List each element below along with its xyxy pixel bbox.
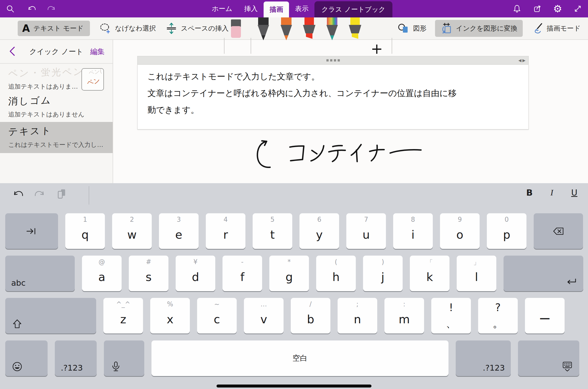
key-g[interactable]: *g xyxy=(269,256,309,291)
tab-4[interactable]: 表示 xyxy=(289,0,314,17)
container-text[interactable]: これはテキストモードで入力した文章です。 文章はコンテイナーと呼ばれる枠内に入力… xyxy=(137,65,529,129)
lasso-icon xyxy=(99,22,111,34)
key-i[interactable]: 8i xyxy=(393,213,433,249)
tab-5[interactable]: クラス ノートブック xyxy=(314,1,392,17)
ink-to-shape-button[interactable]: インクを図形に変換 xyxy=(435,20,523,37)
highlighter-red[interactable] xyxy=(302,15,316,41)
sidebar-header: クイック ノート 編集 xyxy=(0,40,113,63)
edit-button[interactable]: 編集 xyxy=(90,47,105,57)
search-icon[interactable] xyxy=(5,4,15,13)
topbar-left-icons xyxy=(5,0,57,17)
keyboard-undo-icon[interactable] xyxy=(12,189,23,200)
insert-space-icon xyxy=(165,22,177,34)
pen-rainbow[interactable] xyxy=(325,15,339,41)
undo-icon[interactable] xyxy=(26,4,36,13)
drag-dots-icon xyxy=(138,59,528,61)
tab-3[interactable]: 描画 xyxy=(264,1,289,17)
ink-to-shape-icon xyxy=(441,22,452,34)
backspace-key[interactable] xyxy=(534,213,583,249)
key-c[interactable]: ~c xyxy=(197,298,237,333)
key-e[interactable]: 3e xyxy=(159,213,199,249)
resize-arrows-icon[interactable]: ◀▶ xyxy=(518,58,526,63)
emoji-key[interactable] xyxy=(5,340,48,376)
pen-orange[interactable] xyxy=(279,15,294,41)
toolbar-divider xyxy=(224,38,224,54)
key-f[interactable]: -f xyxy=(222,256,262,291)
space-key[interactable]: 空白 xyxy=(151,340,448,376)
key-v[interactable]: …v xyxy=(244,298,284,333)
share-icon[interactable] xyxy=(533,4,542,13)
key-u[interactable]: 7u xyxy=(346,213,386,249)
key-x[interactable]: %x xyxy=(150,298,190,333)
shapes-label: 図形 xyxy=(413,24,427,33)
key-b[interactable]: /b xyxy=(291,298,330,333)
container-drag-handle[interactable]: ◀▶ xyxy=(137,56,529,65)
add-pen-button[interactable]: + xyxy=(371,41,383,56)
home-indicator[interactable] xyxy=(217,385,371,388)
key-d[interactable]: ¥d xyxy=(176,256,215,291)
onscreen-keyboard: B I U 1q2w3e4r5t6y7u8i9o0pabc@a#s¥d-f*g(… xyxy=(0,183,588,389)
keyboard-redo-icon[interactable] xyxy=(34,189,46,200)
eraser-tool[interactable] xyxy=(230,19,242,38)
dash-key[interactable]: ー xyxy=(525,298,565,333)
toolbar-left-group: A テキスト モード なげなわ選択 スペースの挿入 xyxy=(18,17,228,39)
tab-key[interactable] xyxy=(5,213,58,249)
shapes-button[interactable]: 図形 xyxy=(398,22,427,34)
lasso-label: なげなわ選択 xyxy=(115,24,156,33)
page-list-item-2[interactable]: 消しゴム追加テキストはありません xyxy=(0,92,113,122)
key-n[interactable]: ;n xyxy=(338,298,377,333)
pen-black[interactable] xyxy=(256,15,271,41)
underline-button[interactable]: U xyxy=(570,188,579,198)
page-title-handwriting: ペン・蛍光ペン xyxy=(8,65,84,80)
key-o[interactable]: 9o xyxy=(440,213,480,249)
handwritten-ink-annotation xyxy=(245,135,425,172)
key-h[interactable]: (h xyxy=(316,256,356,291)
key-y[interactable]: 6y xyxy=(299,213,339,249)
exclamation-comma-key[interactable]: !、 xyxy=(431,298,471,333)
keyboard-row-4: .?123空白.?123 xyxy=(5,340,579,376)
page-list-item-1[interactable]: ペン・蛍光ペン追加テキストはありま…ペン(ペン xyxy=(0,64,113,92)
numbers-key-left[interactable]: .?123 xyxy=(55,340,97,376)
key-s[interactable]: #s xyxy=(129,256,168,291)
question-period-key[interactable]: ?。 xyxy=(478,298,518,333)
text-mode-button[interactable]: A テキスト モード xyxy=(18,21,90,36)
dismiss-keyboard-key[interactable] xyxy=(518,340,579,376)
text-container[interactable]: ◀▶ これはテキストモードで入力した文章です。 文章はコンテイナーと呼ばれる枠内… xyxy=(137,56,529,130)
key-r[interactable]: 4r xyxy=(206,213,245,249)
return-key[interactable] xyxy=(504,256,583,291)
abc-key[interactable]: abc xyxy=(5,256,75,291)
page-list-sidebar: クイック ノート 編集 ペン・蛍光ペン追加テキストはありま…ペン(ペン消しゴム追… xyxy=(0,40,113,183)
format-buttons: B I U xyxy=(525,188,579,198)
key-z[interactable]: ^_^z xyxy=(103,298,143,333)
key-q[interactable]: 1q xyxy=(65,213,105,249)
key-w[interactable]: 2w xyxy=(112,213,152,249)
shift-key[interactable] xyxy=(5,298,96,333)
key-t[interactable]: 5t xyxy=(253,213,292,249)
draw-mode-button[interactable]: 描画モード xyxy=(531,22,581,34)
key-l[interactable]: 」l xyxy=(457,256,496,291)
fullscreen-expand-icon[interactable] xyxy=(573,4,583,13)
italic-button[interactable]: I xyxy=(548,188,556,197)
mic-key[interactable] xyxy=(104,340,144,376)
return-icon xyxy=(565,276,577,288)
insert-space-button[interactable]: スペースの挿入 xyxy=(165,22,229,34)
key-k[interactable]: 「k xyxy=(410,256,449,291)
keyboard-row-3: ^_^z%x~c…v/b;n:m!、?。ー xyxy=(5,298,565,333)
keyboard-paste-icon[interactable] xyxy=(56,188,67,200)
tab-2[interactable]: 挿入 xyxy=(238,0,264,17)
note-canvas[interactable]: ◀▶ これはテキストモードで入力した文章です。 文章はコンテイナーと呼ばれる枠内… xyxy=(113,40,588,183)
tab-1[interactable]: ホーム xyxy=(206,0,238,17)
numbers-key-right[interactable]: .?123 xyxy=(456,340,511,376)
key-p[interactable]: 0p xyxy=(487,213,526,249)
notifications-bell-icon[interactable] xyxy=(512,4,522,13)
bold-button[interactable]: B xyxy=(525,188,534,198)
page-list-item-3[interactable]: テキストこれはテキストモードで入力し… xyxy=(0,122,113,153)
key-m[interactable]: :m xyxy=(384,298,424,333)
page-subtitle: 追加テキストはありません xyxy=(8,110,113,118)
redo-icon[interactable] xyxy=(47,4,57,13)
highlighter-yellow[interactable] xyxy=(348,15,362,41)
key-a[interactable]: @a xyxy=(82,256,122,291)
key-j[interactable]: )j xyxy=(363,256,403,291)
settings-gear-icon[interactable]: ⚙ xyxy=(553,4,562,13)
lasso-select-button[interactable]: なげなわ選択 xyxy=(99,22,156,34)
